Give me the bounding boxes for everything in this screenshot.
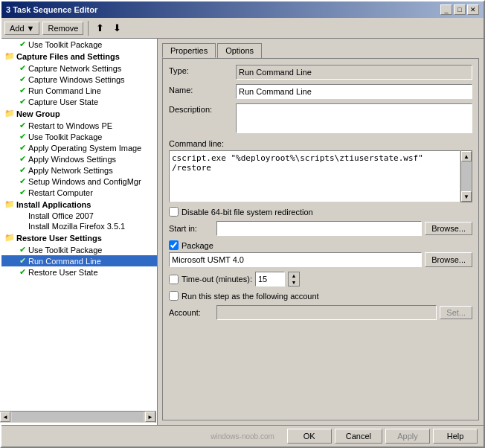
ok-button[interactable]: OK xyxy=(287,429,332,444)
package-input-row: Browse... xyxy=(169,252,472,267)
scroll-up-btn[interactable]: ▲ xyxy=(461,151,472,161)
right-panel: Properties Options Type: Name: xyxy=(158,39,484,425)
main-content: ✔ Use Toolkit Package 📁 Capture Files an… xyxy=(1,39,484,425)
start-in-label: Start in: xyxy=(169,224,213,233)
check-icon-ru: ✔ xyxy=(19,267,26,277)
close-button[interactable]: ✕ xyxy=(467,4,479,15)
command-line-label: Command line: xyxy=(169,139,472,148)
timeout-row: Time-out (minutes): ▲ ▼ xyxy=(169,272,472,287)
tree-item-firefox[interactable]: Install Mozilla Firefox 3.5.1 xyxy=(1,221,157,231)
scroll-track xyxy=(461,161,472,191)
title-bar-controls: _ □ ✕ xyxy=(440,4,479,15)
run-as-checkbox[interactable] xyxy=(169,291,179,301)
tree-label-run-cmd-restore: Run Command Line xyxy=(28,257,101,266)
tree-label-use-toolkit-3: Use Toolkit Package xyxy=(28,246,102,255)
command-area-wrapper: cscript.exe "%deployroot%\scripts\ztiuse… xyxy=(169,150,472,202)
help-button[interactable]: Help xyxy=(433,429,478,444)
tree-item-apply-win[interactable]: ✔ Apply Windows Settings xyxy=(1,153,157,164)
type-value xyxy=(236,65,472,80)
command-line-input[interactable]: cscript.exe "%deployroot%\scripts\ztiuse… xyxy=(169,150,460,202)
description-input[interactable] xyxy=(236,103,472,133)
type-label: Type: xyxy=(169,65,236,75)
tree-item-restart-windows[interactable]: ✔ Restart to Windows PE xyxy=(1,120,157,131)
description-value xyxy=(236,103,472,135)
add-button[interactable]: Add ▼ xyxy=(4,22,39,35)
tree-label-apply-net: Apply Network Settings xyxy=(28,166,113,175)
tree-item-restart-comp[interactable]: ✔ Restart Computer xyxy=(1,187,157,198)
add-label: Add xyxy=(10,24,25,33)
tree-label-apply-win: Apply Windows Settings xyxy=(28,155,116,164)
account-row: Account: Set... xyxy=(169,305,472,320)
start-in-input[interactable] xyxy=(216,221,422,236)
tree-item-restore-user[interactable]: ✔ Restore User State xyxy=(1,266,157,278)
move-up-button[interactable]: ⬆ xyxy=(93,20,107,36)
tree-item-use-toolkit-2[interactable]: ✔ Use Toolkit Package xyxy=(1,131,157,142)
tree-group-label-install: Install Applications xyxy=(16,200,91,209)
h-scroll-left-btn[interactable]: ◄ xyxy=(0,412,10,422)
check-icon-ut3: ✔ xyxy=(19,245,26,255)
timeout-checkbox[interactable] xyxy=(169,275,179,284)
check-icon-rcc: ✔ xyxy=(19,86,26,95)
name-row: Name: xyxy=(169,84,472,99)
tree-group-restore[interactable]: 📁 Restore User Settings xyxy=(1,231,157,244)
browse-button-1[interactable]: Browse... xyxy=(425,222,472,235)
scroll-down-btn[interactable]: ▼ xyxy=(461,191,472,202)
maximize-button[interactable]: □ xyxy=(454,4,466,15)
tree-label-apply-os: Apply Operating System Image xyxy=(28,144,141,153)
left-tree-panel: ✔ Use Toolkit Package 📁 Capture Files an… xyxy=(1,39,158,425)
check-icon-cn: ✔ xyxy=(19,63,26,73)
package-checkbox[interactable] xyxy=(169,240,179,250)
tree-item-run-cmd-capture[interactable]: ✔ Run Command Line xyxy=(1,85,157,96)
folder-icon-capture: 📁 xyxy=(4,51,15,61)
package-label-row: Package xyxy=(169,240,472,250)
tree-item-capture-network[interactable]: ✔ Capture Network Settings xyxy=(1,63,157,74)
tree-item-apply-os[interactable]: ✔ Apply Operating System Image xyxy=(1,142,157,153)
account-input[interactable] xyxy=(216,305,437,320)
check-icon-aw: ✔ xyxy=(19,154,26,164)
browse-button-2[interactable]: Browse... xyxy=(425,252,472,267)
type-input[interactable] xyxy=(236,65,472,80)
move-down-button[interactable]: ⬇ xyxy=(110,20,124,36)
tree-item-capture-user[interactable]: ✔ Capture User State xyxy=(1,96,157,107)
tree-group-new[interactable]: 📁 New Group xyxy=(1,107,157,120)
cancel-button[interactable]: Cancel xyxy=(335,429,382,444)
set-button[interactable]: Set... xyxy=(440,306,472,319)
watermark: windows-noob.com xyxy=(211,432,274,441)
disable-64bit-checkbox[interactable] xyxy=(169,207,179,217)
apply-button[interactable]: Apply xyxy=(385,429,430,444)
tab-properties-label: Properties xyxy=(170,46,208,55)
remove-button[interactable]: Remove xyxy=(42,22,83,35)
tree-item-office[interactable]: Install Office 2007 xyxy=(1,211,157,221)
tab-properties[interactable]: Properties xyxy=(162,43,216,58)
disable-64bit-label: Disable 64-bit file system redirection xyxy=(182,208,313,217)
tree-label-office: Install Office 2007 xyxy=(28,211,94,220)
tree-label-use-toolkit-1: Use Toolkit Package xyxy=(28,40,102,49)
tree-item-use-toolkit-1[interactable]: ✔ Use Toolkit Package xyxy=(1,39,157,50)
name-input[interactable] xyxy=(236,84,472,99)
timeout-spin-down[interactable]: ▼ xyxy=(289,279,299,286)
tab-options[interactable]: Options xyxy=(217,43,262,58)
tree-group-capture[interactable]: 📁 Capture Files and Settings xyxy=(1,50,157,63)
tree-item-capture-windows[interactable]: ✔ Capture Windows Settings xyxy=(1,74,157,85)
check-icon-an: ✔ xyxy=(19,165,26,175)
tree-item-use-toolkit-3[interactable]: ✔ Use Toolkit Package xyxy=(1,244,157,255)
tree-group-label-new: New Group xyxy=(16,109,60,118)
tree-item-run-cmd-restore[interactable]: ✔ Run Command Line xyxy=(1,255,157,266)
toolbar-divider-1 xyxy=(88,21,89,36)
command-scrollbar[interactable]: ▲ ▼ xyxy=(460,150,472,202)
tree-item-apply-net[interactable]: ✔ Apply Network Settings xyxy=(1,164,157,176)
check-icon-rc: ✔ xyxy=(19,188,26,197)
tab-content: Type: Name: Description: xyxy=(162,58,479,420)
timeout-spin-up[interactable]: ▲ xyxy=(289,272,299,279)
tree-label-restore-user: Restore User State xyxy=(28,268,98,277)
run-as-label: Run this step as the following account xyxy=(182,292,319,301)
tree-group-install[interactable]: 📁 Install Applications xyxy=(1,198,157,211)
timeout-input[interactable] xyxy=(255,272,285,287)
h-scroll-right-btn[interactable]: ► xyxy=(145,412,155,422)
package-input[interactable] xyxy=(169,252,422,267)
tree-item-setup-win[interactable]: ✔ Setup Windows and ConfigMgr xyxy=(1,176,157,187)
tree-label-run-cmd-capture: Run Command Line xyxy=(28,86,101,95)
timeout-label: Time-out (minutes): xyxy=(182,275,252,284)
minimize-button[interactable]: _ xyxy=(440,4,452,15)
tree-label-restart-comp: Restart Computer xyxy=(28,188,93,197)
